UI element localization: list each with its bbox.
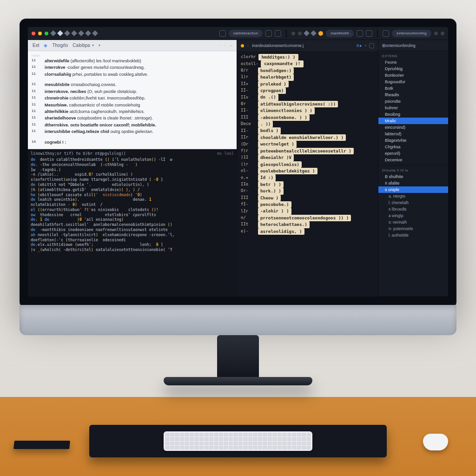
tab-title[interactable]: inardeutationassertconverse.j <box>252 43 304 48</box>
code-line: deeohilathfort.sesitlool' annlabormalcen… <box>31 222 234 227</box>
sidebar-item[interactable]: Bonleorier <box>378 72 448 79</box>
code-line: s(exfertlineet)uniop nume ttaregel.inigi… <box>31 177 234 182</box>
status-dot-icon <box>318 31 323 36</box>
sidebar-item[interactable]: II afalite <box>378 180 448 186</box>
sidebar-item[interactable]: n- potermoirle <box>378 225 448 232</box>
run-arrow-icon[interactable]: II ▸ <box>357 43 362 48</box>
token-line: IItheteroclabettaes.) <box>241 221 374 228</box>
sidebar-item[interactable]: s: nerinalh <box>378 219 448 225</box>
line-number: 11 <box>32 102 42 108</box>
token-line: IIrchoolablde eonshielhwrelloor.) ) <box>241 134 374 141</box>
code-line: doeflebton(-'c (thurreaionlie odecoinedi <box>31 238 234 243</box>
sidebar-item[interactable]: Beoibng <box>378 111 448 118</box>
layout-icon[interactable] <box>275 30 281 37</box>
sidebar-item[interactable]: a wingtp <box>378 212 448 219</box>
token-line: IIebetr ) ) <box>241 181 374 188</box>
line-number <box>32 136 42 139</box>
sidebar-item[interactable]: llheadis <box>378 92 448 98</box>
line-number: 11 <box>32 95 42 101</box>
code-editor-panel[interactable]: linowithoy;or tif) te b)br ot@pgulslog))… <box>28 149 237 297</box>
diamond-icon <box>311 30 317 36</box>
token-line: 0/rhondlodgen:) <box>241 67 374 74</box>
token-line: IIvdn .() <box>241 94 374 100</box>
sidebar-item[interactable]: eperoril) <box>378 150 448 157</box>
traffic-light-zoom-icon[interactable] <box>45 32 48 35</box>
token-line: n/prrotsenneotcomoocoleondogoos )) ) <box>241 215 374 221</box>
dot-icon <box>434 32 438 35</box>
editor-tabstrip-middle: ○ inardeutationassertconverse.j II ▸ › <box>237 40 378 51</box>
split-icon[interactable] <box>357 30 363 37</box>
panel-toggle-icon[interactable] <box>219 30 226 37</box>
window-titlebar: callinteraction manifestth extensionbind… <box>28 27 448 40</box>
search-pill[interactable]: manifestth <box>326 30 354 37</box>
breadcrumb-pill[interactable]: callinteraction <box>229 30 263 37</box>
diamond-icon <box>50 30 56 36</box>
tab-thogrlo[interactable]: Thogrlo <box>52 43 68 48</box>
sidebar-item[interactable]: bolnrer <box>378 105 448 111</box>
doc-line: clnnwirohie colebbn,llvehit tuei. Inworc… <box>45 95 233 101</box>
line-number: 11 <box>32 82 42 87</box>
sidebar-item[interactable]: Chgrksa <box>378 144 448 150</box>
code-line: 1w -tagnbi.) <box>31 167 234 172</box>
token-line: )11dheoialhr )V <box>241 154 374 161</box>
code-line: de leahih uneinthie). denae. 1 <box>31 197 234 202</box>
traffic-light-close-icon[interactable] <box>32 32 35 35</box>
extensions-icon[interactable] <box>383 30 389 37</box>
desk-surface <box>0 397 476 476</box>
doc-line <box>45 136 233 139</box>
traffic-light-minimize-icon[interactable] <box>38 32 42 35</box>
token-line: (Drwocrtnelget ) <box>241 141 374 147</box>
sidebar-item[interactable]: eincorsind) <box>378 124 448 131</box>
code-line: )h (atimeblthibea.gotiD' enmlataldnie)( … <box>31 187 234 192</box>
keyboard <box>164 431 312 451</box>
layout-icon[interactable] <box>265 30 272 37</box>
split-icon[interactable] <box>366 30 372 37</box>
sidebar-item[interactable]: l. chenelalh <box>378 199 448 206</box>
sidebar-item[interactable]: Dpriohkig <box>378 66 448 72</box>
code-line: nclatmlbiatiten - 0) nutint / <box>31 202 234 207</box>
sidebar-item[interactable]: a. ntergte <box>378 193 448 199</box>
monitor-chin <box>20 305 456 335</box>
line-number: 11 <box>32 129 42 134</box>
square-icon[interactable] <box>369 43 374 48</box>
code-line: de (ebittit not *Obbole '. edioloiurtin)… <box>31 182 234 187</box>
tab-calobpa[interactable]: Calobpa ▾ <box>73 43 93 48</box>
monitor-stand <box>217 335 259 377</box>
token-line: ()rgiesopollomiss) <box>241 161 374 168</box>
sidebar-item[interactable]: psiondte <box>378 98 448 105</box>
document-panel: ruler 11alterwidefile (affectercille) le… <box>28 51 237 149</box>
line-number: 11 <box>32 72 42 77</box>
token-line: IIICheow ) <box>241 195 374 201</box>
chevron-right-icon[interactable]: › <box>365 43 366 48</box>
sidebar-item[interactable]: Blagextvhie <box>378 137 448 144</box>
sidebar-item[interactable]: l. aothetitile <box>378 232 448 238</box>
doc-line: dtherrokive. octo boatiatfe onicor caxon… <box>45 122 233 128</box>
token-line: lIr-alohir ) ) <box>241 208 374 214</box>
code-line: -n /iahio(.. espid.O! curholkalline) ) <box>31 172 234 177</box>
token-line: f)rpoteeebentealccllelimcseeosetallr ) <box>241 148 374 154</box>
token-line: n.+Id :) <box>241 174 374 181</box>
sidebar-item[interactable]: Decenive <box>378 157 448 163</box>
section-label: EXTENS <box>378 53 448 59</box>
doc-line: interrokve -codier genes museful consoun… <box>45 65 233 70</box>
dot-icon <box>298 32 302 35</box>
diamond-icon <box>85 30 91 36</box>
sidebar-item-selected[interactable]: s oniple <box>378 186 448 193</box>
token-line: e)-asreloolidigs, ) <box>241 228 374 235</box>
code-line: he (ebitleounf cassate olil)' nistioidma… <box>31 192 234 198</box>
desk-mat <box>89 425 387 457</box>
sidebar-item-selected[interactable]: Mralic <box>378 118 448 124</box>
sidebar-item[interactable]: s llbroedls <box>378 206 448 212</box>
sidebar-item[interactable]: Feone <box>378 59 448 66</box>
sidebar-item[interactable]: Bogouutfor <box>378 79 448 85</box>
doc-line: clorrsaliahiig prhei..portables to awab … <box>45 72 233 77</box>
tab-ext[interactable]: Ext <box>33 43 39 48</box>
sidebar-item[interactable]: B sholhite <box>378 173 448 180</box>
sidebar-item[interactable]: Botk <box>378 85 448 92</box>
sidebar-item[interactable]: labterod) <box>378 131 448 137</box>
diamond-icon <box>304 30 310 36</box>
code-line: de. 1 de (0 'ail eniannaitng) <box>31 217 234 222</box>
token-list-panel[interactable]: clorhrhmdditges:) )octell-caxpnmandte )!… <box>237 51 378 297</box>
token-line: 0ratidteaulhigolocrovinens( :)) <box>241 101 374 107</box>
code-line: )v _(wholich( -dethircitel) eataloluiese… <box>31 247 234 252</box>
